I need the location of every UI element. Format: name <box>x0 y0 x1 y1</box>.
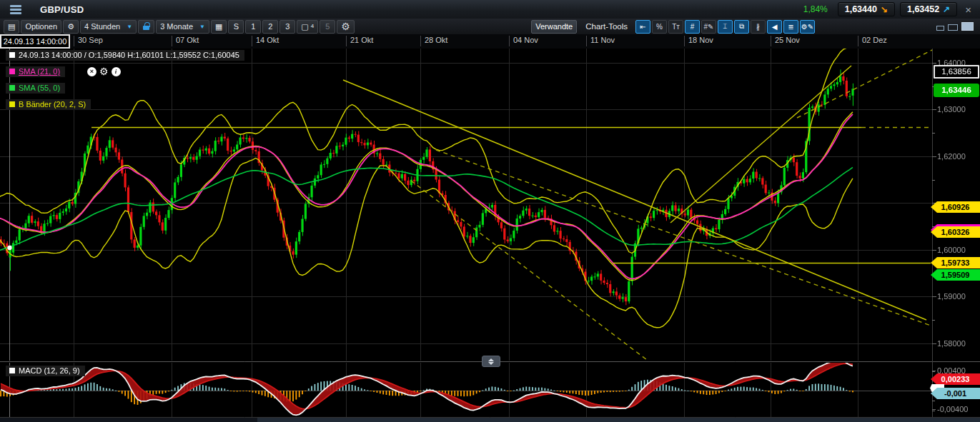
bbands-bullet <box>9 101 15 107</box>
candlestick-style-tool-icon[interactable]: ⌶ <box>718 20 733 34</box>
indicator-info-icon[interactable]: i <box>112 67 121 76</box>
template-save-button[interactable]: ▢4 <box>297 20 318 34</box>
size-large-button[interactable] <box>961 22 974 31</box>
instrument-title: GBP/USD <box>40 4 84 15</box>
template-2-button[interactable]: 2 <box>262 20 278 34</box>
price-axis-label: -0,00400 <box>937 404 968 414</box>
template-5-button[interactable]: 5 <box>320 20 335 34</box>
buy-arrow-icon: ↗ <box>943 4 950 14</box>
trading-platform-window: GBP/USD 1,84% 1,63440 ↘ 1,63452 ↗ × ▤Opt… <box>0 0 980 422</box>
price-axis-label: 1,60000 <box>937 245 966 255</box>
price-badge: -0,001 <box>931 388 980 399</box>
price-badge: 1,60926 <box>931 201 980 213</box>
pane-collapse-button[interactable] <box>482 356 500 367</box>
change-percent: 1,84% <box>803 4 828 14</box>
chart-list-button[interactable]: ▤ <box>4 20 19 34</box>
buy-price: 1,63452 <box>907 4 939 14</box>
indicator-remove-icon[interactable]: × <box>87 67 96 76</box>
menu-icon[interactable] <box>7 3 29 16</box>
macd-label: MACD (12, 26, 9) <box>19 366 80 375</box>
crosshair-date-box: 24.09.13 14:00:00 <box>0 34 70 49</box>
bbands-label: B Bänder (20, 2, S) <box>19 100 86 109</box>
date-tick-label: 28 Okt <box>420 36 447 46</box>
close-icon[interactable]: × <box>965 4 971 16</box>
size-medium-button[interactable] <box>948 24 958 31</box>
text-scale-tool-icon[interactable]: Tᴛ <box>668 20 683 34</box>
legend-sma55[interactable]: SMA (55, 0) <box>6 83 65 94</box>
ohlc-bullet <box>9 52 15 58</box>
date-tick-label: 02 Dez <box>858 36 887 46</box>
grid-tool-icon[interactable]: # <box>685 20 700 34</box>
macd-bullet <box>9 368 15 373</box>
price-axis-label: 1,63000 <box>937 104 966 114</box>
sell-price: 1,63440 <box>845 4 877 14</box>
options-gear-button[interactable]: ⚙ <box>63 20 79 34</box>
options-button[interactable]: Optionen <box>21 20 61 34</box>
ohlc-info-bar: 24.09.13 14:00:00 / O:1,59840 H:1,60101 … <box>6 50 244 61</box>
date-tick-label: 04 Nov <box>509 36 538 46</box>
date-tick-label: 07 Okt <box>172 36 199 46</box>
template-1-button[interactable]: 1 <box>245 20 261 34</box>
timeframe-dropdown[interactable]: 4 Stunden▼ <box>80 20 137 34</box>
date-axis: 24.09.13 14:00:00 30 Sep07 Okt14 Okt21 O… <box>0 34 980 49</box>
toolbar-left-group: ▤Optionen⚙4 Stunden▼3 Monate▼▦S123▢45⚙ <box>2 20 355 34</box>
chart-tools-label: Chart-Tools <box>585 22 628 31</box>
range-dropdown[interactable]: 3 Monate▼ <box>156 20 209 34</box>
legend-sma21[interactable]: SMA (21, 0) <box>6 66 65 77</box>
layers-tool-icon[interactable]: ≣ <box>783 20 798 34</box>
sell-arrow-icon: ↘ <box>881 4 888 14</box>
percent-scale-tool-icon[interactable]: % <box>652 20 667 34</box>
date-tick-label: 14 Okt <box>252 36 279 46</box>
lock-button[interactable] <box>138 20 154 34</box>
date-tick-label: 21 Okt <box>346 36 373 46</box>
indicator-settings-icon[interactable]: ⚙ <box>99 66 109 76</box>
date-tick-label: 18 Nov <box>684 36 713 46</box>
ohlc-values: 24.09.13 14:00:00 / O:1,59840 H:1,60101 … <box>19 51 239 59</box>
template-s-button[interactable]: S <box>228 20 244 34</box>
size-small-button[interactable] <box>936 26 944 31</box>
settings-gear-button[interactable]: ⚙ <box>337 20 355 34</box>
chart-toolbar: ▤Optionen⚙4 Stunden▼3 Monate▼▦S123▢45⚙ V… <box>0 19 980 35</box>
price-badge: 1,63856 <box>934 65 979 79</box>
label-tool-icon[interactable]: ◀ <box>767 20 782 34</box>
related-button[interactable]: Verwandte <box>531 20 577 34</box>
price-badge: 0,00233 <box>931 373 980 385</box>
chart-tools-group: ⇤%Tᴛ##✎⌶⧉∦◀≣⚙✎ <box>634 20 815 34</box>
buy-button[interactable]: 1,63452 ↗ <box>900 2 957 16</box>
sma55-label: SMA (55, 0) <box>19 84 60 92</box>
price-axis-label: 1,62000 <box>937 151 966 161</box>
last-price-badge: 1,63446 <box>934 84 979 97</box>
grid-draw-tool-icon[interactable]: #✎ <box>701 20 716 34</box>
sma21-bullet <box>9 69 15 74</box>
price-badge: 1,60326 <box>931 226 980 238</box>
price-axis-label: 1,58000 <box>937 338 966 348</box>
pane-layout-tool-icon[interactable]: ⧉ <box>734 20 749 34</box>
title-bar: GBP/USD 1,84% 1,63440 ↘ 1,63452 ↗ × <box>0 0 980 19</box>
lock-icon <box>142 22 150 31</box>
calendar-button[interactable]: ▦ <box>211 20 227 34</box>
legend-bbands[interactable]: B Bänder (20, 2, S) <box>6 99 91 110</box>
template-3-button[interactable]: 3 <box>279 20 295 34</box>
date-tick-label: 25 Nov <box>771 36 800 46</box>
price-badge: 1,59509 <box>931 269 980 281</box>
ohlc-style-tool-icon[interactable]: ∦ <box>751 20 766 34</box>
sma21-label: SMA (21, 0) <box>19 67 60 76</box>
legend-macd[interactable]: MACD (12, 26, 9) <box>6 366 85 376</box>
window-size-group <box>936 22 974 31</box>
date-tick-label: 11 Nov <box>586 36 615 46</box>
date-tick-label: 30 Sep <box>74 36 103 46</box>
chart-region: 24.09.13 14:00:00 30 Sep07 Okt14 Okt21 O… <box>0 34 980 422</box>
price-badge: 1,59733 <box>931 257 980 268</box>
cursor-tool-icon[interactable]: ⇤ <box>635 20 650 34</box>
sell-button[interactable]: 1,63440 ↘ <box>838 2 895 16</box>
price-axis-label: 1,59000 <box>937 291 966 301</box>
drawing-settings-tool-icon[interactable]: ⚙✎ <box>800 20 815 34</box>
sma55-bullet <box>9 85 15 91</box>
